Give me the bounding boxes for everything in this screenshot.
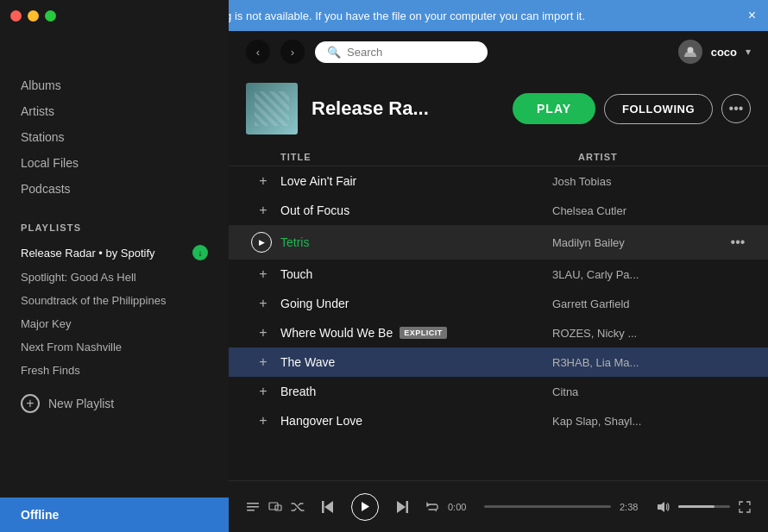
- albums-label: Albums: [21, 78, 61, 92]
- queue-button[interactable]: [246, 500, 260, 514]
- player-right-controls: [656, 500, 751, 514]
- window-maximize-button[interactable]: [45, 10, 56, 22]
- notification-close-button[interactable]: ×: [748, 9, 756, 22]
- add-track-button[interactable]: +: [246, 203, 280, 218]
- play-pause-button[interactable]: [351, 493, 379, 521]
- window-minimize-button[interactable]: [28, 10, 39, 22]
- svg-marker-9: [397, 501, 406, 513]
- content-area: ‹ › 🔍 coco ▾ Release Ra...: [229, 31, 768, 532]
- fresh-finds-label: Fresh Finds: [21, 364, 80, 377]
- track-title: The Wave: [280, 355, 552, 369]
- chevron-down-icon[interactable]: ▾: [746, 46, 751, 58]
- svg-rect-10: [406, 501, 409, 513]
- explicit-badge: EXPLICIT: [400, 327, 447, 339]
- add-track-button[interactable]: +: [246, 173, 280, 189]
- more-options-button[interactable]: •••: [721, 94, 751, 123]
- header-actions: PLAY FOLLOWING •••: [513, 93, 751, 124]
- release-radar-label: Release Radar • by Spotify: [21, 247, 155, 260]
- repeat-button[interactable]: [425, 500, 439, 514]
- table-row[interactable]: + Touch 3LAU, Carly Pa... •••: [229, 260, 768, 289]
- next-button[interactable]: [394, 499, 410, 515]
- add-track-button[interactable]: +: [246, 266, 280, 282]
- sidebar-item-soundtrack[interactable]: Soundtrack of the Philippines: [0, 289, 229, 312]
- artist-column-header: ARTIST: [578, 152, 751, 162]
- add-track-button[interactable]: +: [246, 296, 280, 311]
- devices-button[interactable]: [268, 500, 282, 514]
- previous-button[interactable]: [320, 499, 336, 515]
- forward-button[interactable]: ›: [280, 40, 305, 64]
- sidebar-item-spotlight[interactable]: Spotlight: Good As Hell: [0, 266, 229, 289]
- table-row[interactable]: + Breath Citna •••: [229, 377, 768, 406]
- track-more-button[interactable]: •••: [725, 235, 751, 250]
- track-list: + Love Ain't Fair Josh Tobias ••• + Out …: [229, 166, 768, 480]
- table-row[interactable]: + Going Under Garrett Garfield •••: [229, 289, 768, 318]
- next-from-nashville-label: Next From Nashville: [21, 341, 122, 354]
- svg-marker-6: [324, 501, 333, 513]
- sidebar-item-fresh-finds[interactable]: Fresh Finds: [0, 359, 229, 382]
- svg-rect-7: [322, 501, 324, 513]
- back-button[interactable]: ‹: [246, 40, 270, 64]
- track-artist: Garrett Garfield: [552, 297, 725, 310]
- track-title: Love Ain't Fair: [280, 174, 552, 188]
- notification-text: This song is not available. If you have …: [183, 9, 585, 22]
- playlist-cover-art: [255, 91, 289, 126]
- table-row[interactable]: ▶ Tetris Madilyn Bailey •••: [229, 225, 768, 260]
- following-button[interactable]: FOLLOWING: [604, 94, 713, 124]
- table-row[interactable]: + Out of Focus Chelsea Cutler •••: [229, 196, 768, 225]
- title-column-header: TITLE: [280, 152, 578, 162]
- topbar: ‹ › 🔍 coco ▾: [229, 31, 768, 72]
- track-title: Tetris: [280, 235, 552, 249]
- svg-marker-11: [658, 502, 664, 512]
- sidebar-item-stations[interactable]: Stations: [0, 124, 229, 150]
- table-row[interactable]: + Where Would We Be EXPLICIT ROZES, Nick…: [229, 318, 768, 347]
- plus-circle-icon: +: [21, 394, 40, 413]
- play-button[interactable]: PLAY: [513, 93, 595, 124]
- podcasts-label: Podcasts: [21, 182, 71, 196]
- main-layout: Albums Artists Stations Local Files Podc…: [0, 31, 768, 532]
- soundtrack-label: Soundtrack of the Philippines: [21, 294, 166, 307]
- player-controls: 0:00 2:38: [246, 493, 751, 521]
- new-playlist-label: New Playlist: [48, 397, 114, 410]
- playlist-cover: [246, 83, 298, 135]
- artists-label: Artists: [21, 104, 54, 118]
- search-input[interactable]: [347, 46, 475, 59]
- volume-fill: [678, 505, 714, 508]
- progress-bar[interactable]: [484, 505, 611, 508]
- track-title: Hangover Love: [280, 414, 552, 428]
- add-track-button[interactable]: +: [246, 413, 280, 429]
- add-track-button[interactable]: +: [246, 354, 280, 370]
- avatar: [678, 40, 702, 64]
- track-artist: Citna: [552, 385, 725, 398]
- sidebar-item-artists[interactable]: Artists: [0, 98, 229, 124]
- sidebar-item-release-radar[interactable]: Release Radar • by Spotify ↓: [0, 240, 229, 266]
- svg-rect-1: [247, 503, 259, 504]
- sidebar-item-albums[interactable]: Albums: [0, 72, 229, 98]
- current-time: 0:00: [448, 502, 475, 512]
- playlist-title: Release Ra...: [312, 97, 429, 120]
- track-artist: R3HAB, Lia Ma...: [552, 356, 725, 369]
- table-row[interactable]: + Love Ain't Fair Josh Tobias •••: [229, 166, 768, 196]
- volume-button[interactable]: [656, 500, 670, 514]
- volume-bar[interactable]: [678, 505, 730, 508]
- table-row[interactable]: + The Wave R3HAB, Lia Ma... •••: [229, 347, 768, 377]
- user-name[interactable]: coco: [711, 46, 737, 59]
- sidebar-item-local-files[interactable]: Local Files: [0, 150, 229, 176]
- table-row[interactable]: + Hangover Love Kap Slap, Shayl... •••: [229, 406, 768, 435]
- sidebar-item-podcasts[interactable]: Podcasts: [0, 176, 229, 202]
- svg-rect-4: [269, 503, 278, 510]
- add-track-button[interactable]: ▶: [246, 232, 280, 253]
- sidebar-item-next-from-nashville[interactable]: Next From Nashville: [0, 335, 229, 359]
- track-title: Where Would We Be EXPLICIT: [280, 326, 552, 340]
- track-artist: Chelsea Cutler: [552, 204, 725, 217]
- track-artist: Madilyn Bailey: [552, 236, 725, 249]
- fullscreen-button[interactable]: [739, 501, 751, 513]
- player-controls-center: [291, 493, 439, 521]
- add-track-button[interactable]: +: [246, 384, 280, 399]
- window-close-button[interactable]: [10, 10, 22, 22]
- offline-button[interactable]: Offline: [0, 498, 229, 532]
- shuffle-button[interactable]: [291, 500, 305, 514]
- add-track-button[interactable]: +: [246, 325, 280, 341]
- sidebar-item-major-key[interactable]: Major Key: [0, 312, 229, 335]
- new-playlist-button[interactable]: + New Playlist: [0, 385, 229, 422]
- major-key-label: Major Key: [21, 317, 72, 330]
